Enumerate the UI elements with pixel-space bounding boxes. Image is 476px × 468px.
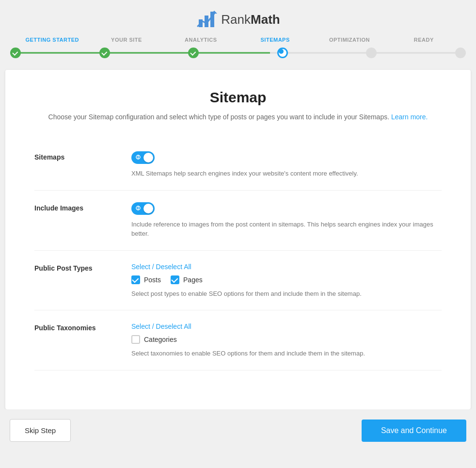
- step-label-your-site: YOUR SITE: [89, 37, 163, 43]
- sitemaps-label: Sitemaps: [34, 151, 131, 161]
- include-images-control: Include reference to images from the pos…: [131, 202, 442, 239]
- logo-text: RankMath: [221, 12, 280, 27]
- learn-more-link[interactable]: Learn more.: [391, 113, 428, 121]
- taxonomies-categories-item[interactable]: Categories: [131, 335, 177, 344]
- categories-checkbox-label: Categories: [144, 336, 177, 343]
- skip-step-button[interactable]: Skip Step: [10, 419, 71, 442]
- steps-dots: [10, 48, 466, 58]
- page-title: Sitemap: [34, 89, 442, 106]
- sitemaps-toggle[interactable]: [131, 151, 155, 164]
- include-images-toggle-knob: [143, 204, 153, 213]
- main-content: Sitemap Choose your Sitemap configuratio…: [5, 70, 471, 409]
- posts-checkbox-label: Posts: [144, 276, 161, 284]
- step-dot-getting-started: [10, 48, 21, 58]
- taxonomies-control: Select / Deselect All Categories Select …: [131, 322, 442, 358]
- include-images-toggle-track: [131, 202, 155, 215]
- sitemaps-toggle-icon: [135, 154, 142, 161]
- post-types-checkbox-group: Posts Pages: [131, 275, 442, 284]
- taxonomies-description: Select taxonomies to enable SEO options …: [131, 349, 442, 358]
- pages-checkbox-label: Pages: [183, 276, 203, 284]
- step-label-analytics: ANALYTICS: [164, 37, 238, 43]
- step-label-optimization: OPTIMIZATION: [312, 37, 386, 43]
- step-dot-ready: [455, 48, 466, 58]
- posts-checkbox[interactable]: [131, 275, 140, 284]
- wizard-progress: GETTING STARTED YOUR SITE ANALYTICS SITE…: [0, 37, 476, 70]
- footer: Skip Step Save and Continue: [0, 409, 476, 452]
- post-types-select-deselect[interactable]: Select / Deselect All: [131, 263, 191, 271]
- progress-bar: [10, 46, 466, 60]
- include-images-toggle[interactable]: [131, 202, 155, 215]
- post-types-control: Select / Deselect All Posts Pages Select…: [131, 262, 442, 299]
- post-types-posts-item[interactable]: Posts: [131, 275, 161, 284]
- post-types-label: Public Post Types: [34, 262, 131, 272]
- sitemaps-toggle-knob: [143, 153, 153, 162]
- post-types-row: Public Post Types Select / Deselect All …: [34, 251, 442, 311]
- taxonomies-checkbox-group: Categories: [131, 335, 442, 344]
- header: RankMath: [0, 0, 476, 37]
- sitemaps-row: Sitemaps XML Sitemaps help search engine…: [34, 140, 442, 191]
- post-types-pages-item[interactable]: Pages: [171, 275, 203, 284]
- categories-checkbox[interactable]: [131, 335, 140, 344]
- sitemaps-control: XML Sitemaps help search engines index y…: [131, 151, 442, 178]
- include-images-description: Include reference to images from the pos…: [131, 220, 442, 239]
- taxonomies-row: Public Taxonomies Select / Deselect All …: [34, 310, 442, 371]
- page-description: Choose your Sitemap configuration and se…: [34, 112, 442, 122]
- save-continue-button[interactable]: Save and Continue: [362, 420, 466, 442]
- step-dot-analytics: [188, 48, 199, 58]
- step-dot-your-site: [99, 48, 110, 58]
- post-types-description: Select post types to enable SEO options …: [131, 289, 442, 299]
- include-images-toggle-icon: [135, 205, 142, 211]
- include-images-label: Include Images: [34, 202, 131, 212]
- step-dot-sitemaps: [277, 48, 288, 58]
- taxonomies-label: Public Taxonomies: [34, 322, 131, 332]
- sitemaps-description: XML Sitemaps help search engines index y…: [131, 169, 442, 178]
- step-label-ready: READY: [387, 37, 461, 43]
- step-label-getting-started: GETTING STARTED: [15, 37, 89, 43]
- step-label-sitemaps: SITEMAPS: [238, 37, 312, 43]
- logo: RankMath: [196, 9, 280, 30]
- step-labels: GETTING STARTED YOUR SITE ANALYTICS SITE…: [10, 37, 466, 43]
- sitemaps-toggle-track: [131, 151, 155, 164]
- rankmath-logo-icon: [196, 9, 217, 30]
- include-images-row: Include Images Include reference to imag…: [34, 191, 442, 251]
- outer-wrapper: Sitemap Choose your Sitemap configuratio…: [0, 70, 476, 461]
- step-dot-optimization: [366, 48, 377, 58]
- pages-checkbox[interactable]: [171, 275, 179, 284]
- taxonomies-select-deselect[interactable]: Select / Deselect All: [131, 323, 191, 330]
